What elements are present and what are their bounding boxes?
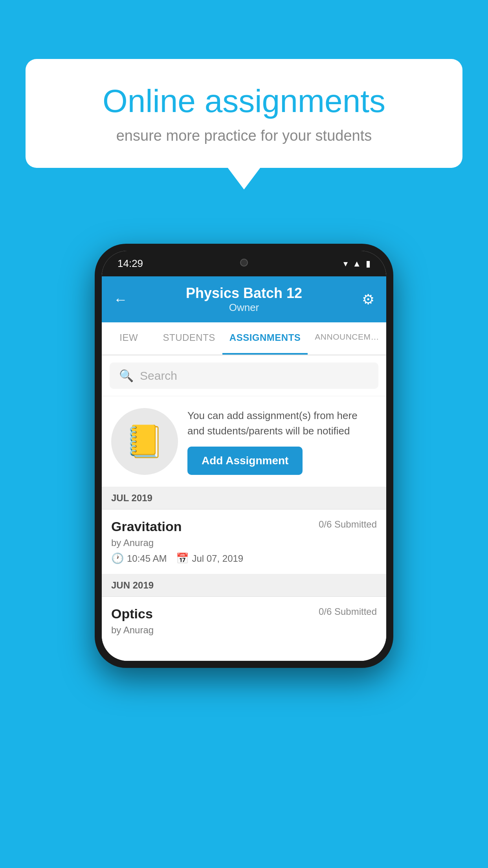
- wifi-icon: ▾: [343, 259, 348, 269]
- settings-icon[interactable]: ⚙: [355, 291, 374, 308]
- assignment-item-optics[interactable]: Optics 0/6 Submitted by Anurag: [102, 597, 386, 649]
- phone-notch: [205, 251, 283, 274]
- phone-container: 14:29 ▾ ▲ ▮ ← Physics Batch 12 Owner ⚙: [95, 244, 393, 668]
- assignment-meta-gravitation: 🕐 10:45 AM 📅 Jul 07, 2019: [111, 552, 377, 565]
- search-placeholder: Search: [140, 369, 177, 383]
- search-icon: 🔍: [119, 369, 134, 383]
- promo-card: 📒 You can add assignment(s) from here an…: [102, 396, 386, 487]
- phone-screen: 14:29 ▾ ▲ ▮ ← Physics Batch 12 Owner ⚙: [102, 251, 386, 661]
- signal-icon: ▲: [352, 259, 361, 269]
- app-header: ← Physics Batch 12 Owner ⚙: [102, 276, 386, 322]
- assignment-submitted-optics: 0/6 Submitted: [319, 606, 377, 617]
- assignment-by-optics: by Anurag: [111, 625, 377, 636]
- speech-bubble-title: Online assignments: [53, 83, 435, 120]
- camera-dot: [240, 259, 248, 267]
- tab-announcements[interactable]: ANNOUNCEM…: [308, 322, 386, 355]
- assignment-title-gravitation: Gravitation: [111, 519, 182, 534]
- add-assignment-button[interactable]: Add Assignment: [187, 447, 303, 475]
- clock-icon: 🕐: [111, 552, 124, 565]
- assignment-date: Jul 07, 2019: [192, 553, 243, 564]
- promo-description: You can add assignment(s) from here and …: [187, 408, 377, 439]
- search-box[interactable]: 🔍 Search: [110, 362, 378, 389]
- phone-outer: 14:29 ▾ ▲ ▮ ← Physics Batch 12 Owner ⚙: [95, 244, 393, 668]
- header-subtitle: Owner: [186, 302, 302, 314]
- promo-icon-circle: 📒: [111, 408, 178, 475]
- assignment-time: 10:45 AM: [127, 553, 167, 564]
- assignment-submitted-gravitation: 0/6 Submitted: [319, 519, 377, 530]
- meta-date-gravitation: 📅 Jul 07, 2019: [176, 552, 243, 565]
- header-title: Physics Batch 12: [186, 285, 302, 302]
- assignment-top-row-optics: Optics 0/6 Submitted: [111, 606, 377, 622]
- assignment-item-gravitation[interactable]: Gravitation 0/6 Submitted by Anurag 🕐 10…: [102, 509, 386, 574]
- back-button[interactable]: ←: [114, 291, 133, 308]
- calendar-icon: 📅: [176, 552, 189, 565]
- section-header-jul: JUL 2019: [102, 487, 386, 509]
- status-bar: 14:29 ▾ ▲ ▮: [102, 251, 386, 276]
- assignment-top-row: Gravitation 0/6 Submitted: [111, 519, 377, 534]
- tab-students[interactable]: STUDENTS: [156, 322, 222, 355]
- speech-bubble-subtitle: ensure more practice for your students: [53, 127, 435, 144]
- tabs-row: IEW STUDENTS ASSIGNMENTS ANNOUNCEM…: [102, 322, 386, 355]
- speech-bubble-container: Online assignments ensure more practice …: [26, 59, 462, 168]
- assignment-by-gravitation: by Anurag: [111, 537, 377, 548]
- meta-time-gravitation: 🕐 10:45 AM: [111, 552, 167, 565]
- tab-assignments[interactable]: ASSIGNMENTS: [222, 322, 308, 355]
- battery-icon: ▮: [366, 259, 371, 269]
- search-container: 🔍 Search: [102, 355, 386, 396]
- section-header-jun: JUN 2019: [102, 574, 386, 597]
- assignment-title-optics: Optics: [111, 606, 153, 622]
- tab-iew[interactable]: IEW: [102, 322, 156, 355]
- header-title-block: Physics Batch 12 Owner: [186, 285, 302, 314]
- status-time: 14:29: [117, 257, 143, 270]
- notebook-icon: 📒: [125, 423, 164, 460]
- status-icons: ▾ ▲ ▮: [343, 259, 371, 269]
- speech-bubble: Online assignments ensure more practice …: [26, 59, 462, 168]
- promo-content: You can add assignment(s) from here and …: [187, 408, 377, 475]
- phone-bottom-space: [102, 649, 386, 661]
